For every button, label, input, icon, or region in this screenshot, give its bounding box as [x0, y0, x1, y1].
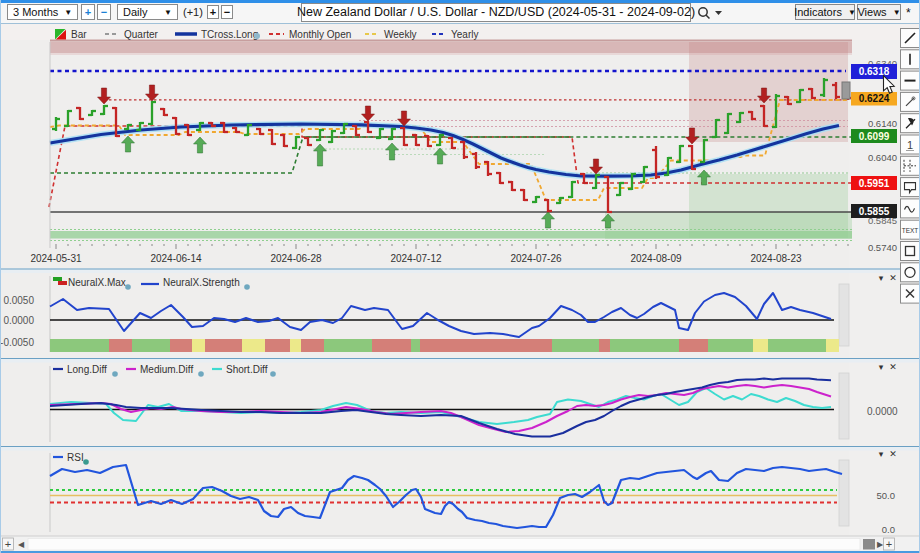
svg-text:✕: ✕ [889, 362, 897, 372]
svg-text:0.0: 0.0 [882, 524, 895, 535]
svg-text:Medium.Diff: Medium.Diff [140, 364, 193, 375]
svg-text:0.0000: 0.0000 [3, 315, 34, 326]
svg-text:0.5951: 0.5951 [859, 178, 890, 189]
svg-text:✕: ✕ [889, 273, 897, 283]
svg-text:Short.Diff: Short.Diff [226, 364, 268, 375]
svg-text:2024-07-26: 2024-07-26 [510, 253, 562, 264]
svg-text:TCross.Long: TCross.Long [201, 29, 258, 40]
svg-text:+: + [5, 538, 11, 550]
svg-text:-0.0050: -0.0050 [1, 337, 34, 348]
svg-text:0.0000: 0.0000 [867, 406, 898, 417]
svg-text:RSI: RSI [67, 452, 84, 463]
svg-text:0.5740: 0.5740 [868, 242, 897, 253]
svg-text:50.0: 50.0 [877, 490, 896, 501]
svg-text:2024-08-23: 2024-08-23 [750, 253, 802, 264]
svg-text:Monthly Open: Monthly Open [289, 29, 351, 40]
svg-text:▾: ▾ [879, 449, 884, 459]
svg-text:Weekly: Weekly [384, 29, 417, 40]
svg-text:0.5855: 0.5855 [859, 206, 890, 217]
svg-text:NeuralX.Strength: NeuralX.Strength [163, 277, 240, 288]
svg-text:+: + [886, 538, 892, 550]
svg-text:Yearly: Yearly [451, 29, 478, 40]
svg-text:Quarter: Quarter [124, 29, 159, 40]
svg-text:0.6318: 0.6318 [859, 66, 890, 77]
svg-text:2024-07-12: 2024-07-12 [390, 253, 442, 264]
svg-text:0.6099: 0.6099 [859, 131, 890, 142]
svg-text:0.6140: 0.6140 [868, 118, 897, 129]
svg-text:2024-08-09: 2024-08-09 [630, 253, 682, 264]
svg-text:0.0050: 0.0050 [3, 295, 34, 306]
svg-text:▶: ▶ [877, 540, 884, 549]
svg-text:Bar: Bar [71, 29, 87, 40]
svg-text:▾: ▾ [879, 273, 884, 283]
svg-text:▾: ▾ [879, 362, 884, 372]
svg-text:2024-06-28: 2024-06-28 [270, 253, 322, 264]
svg-text:✕: ✕ [889, 449, 897, 459]
svg-text:0.6040: 0.6040 [868, 152, 897, 163]
svg-text:0.6224: 0.6224 [859, 93, 890, 104]
svg-text:NeuralX.Max: NeuralX.Max [68, 277, 126, 288]
svg-text:2024-06-14: 2024-06-14 [150, 253, 202, 264]
svg-text:Long.Diff: Long.Diff [67, 364, 107, 375]
svg-text:2024-05-31: 2024-05-31 [30, 253, 82, 264]
svg-text:◀: ◀ [18, 540, 25, 549]
svg-text:TEXT: TEXT [902, 227, 919, 234]
svg-text:1: 1 [907, 139, 913, 151]
